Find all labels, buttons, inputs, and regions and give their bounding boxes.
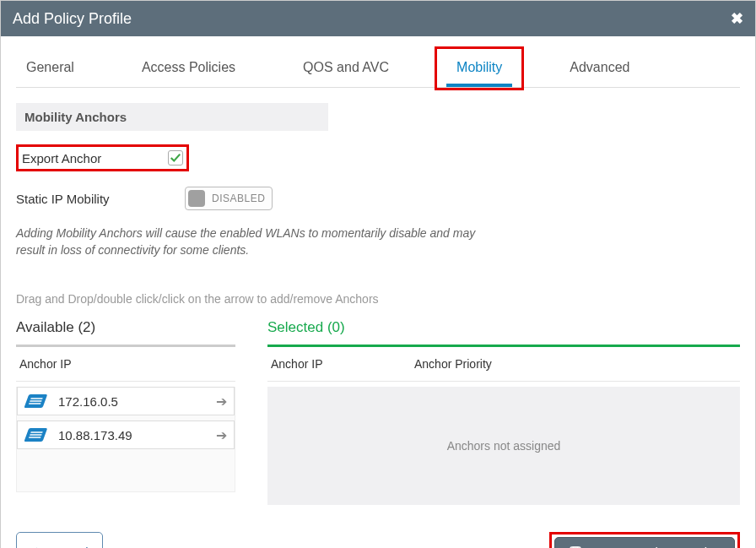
selected-header-row: Anchor IP Anchor Priority	[267, 347, 740, 382]
static-ip-mobility-label: Static IP Mobility	[16, 192, 185, 206]
selected-column: Selected (0) Anchor IP Anchor Priority A…	[267, 319, 740, 505]
export-anchor-label: Export Anchor	[22, 151, 101, 165]
header-anchor-ip: Anchor IP	[271, 357, 414, 371]
instruction-text: Drag and Drop/double click/click on the …	[16, 292, 740, 306]
header-anchor-ip: Anchor IP	[19, 357, 232, 371]
row-static-ip-mobility: Static IP Mobility DISABLED	[16, 187, 740, 210]
add-policy-profile-modal: Add Policy Profile ✖ General Access Poli…	[0, 0, 756, 548]
tab-access-policies[interactable]: Access Policies	[132, 52, 246, 87]
tab-qos-avc[interactable]: QOS and AVC	[293, 52, 399, 87]
empty-text: Anchors not assigned	[447, 439, 561, 453]
modal-header: Add Policy Profile ✖	[1, 1, 755, 36]
available-list: 172.16.0.5 ➔ 10.88.173.49 ➔	[16, 387, 235, 492]
tab-mobility[interactable]: Mobility	[446, 52, 512, 87]
callout-highlight: Save & Apply to Device	[549, 532, 740, 548]
modal-footer: Cancel Save & Apply to Device	[1, 520, 755, 548]
modal-title: Add Policy Profile	[13, 10, 132, 28]
arrow-right-icon[interactable]: ➔	[216, 393, 227, 410]
selected-empty: Anchors not assigned	[267, 387, 740, 505]
static-ip-mobility-toggle[interactable]: DISABLED	[185, 187, 273, 210]
tab-advanced[interactable]: Advanced	[559, 52, 640, 87]
cancel-button-label: Cancel	[49, 545, 89, 548]
header-anchor-priority: Anchor Priority	[414, 357, 737, 371]
device-icon	[24, 393, 48, 410]
save-button-label: Save & Apply to Device	[589, 545, 721, 548]
save-apply-button[interactable]: Save & Apply to Device	[554, 537, 735, 548]
modal-body: General Access Policies QOS and AVC Mobi…	[1, 52, 755, 520]
tabs: General Access Policies QOS and AVC Mobi…	[16, 52, 740, 88]
selected-title: Selected (0)	[267, 319, 740, 347]
close-icon[interactable]: ✖	[731, 9, 743, 28]
toggle-state-text: DISABLED	[212, 193, 265, 204]
arrow-right-icon[interactable]: ➔	[216, 427, 227, 443]
list-item[interactable]: 172.16.0.5 ➔	[17, 387, 235, 415]
available-header-row: Anchor IP	[16, 347, 235, 382]
available-title: Available (2)	[16, 319, 235, 347]
tab-general[interactable]: General	[16, 52, 84, 87]
export-anchor-checkbox[interactable]	[168, 150, 183, 165]
callout-highlight: Export Anchor	[16, 144, 189, 171]
check-icon	[170, 152, 181, 164]
toggle-knob	[188, 190, 205, 207]
cancel-button[interactable]: Cancel	[16, 532, 103, 548]
device-icon	[24, 426, 48, 443]
section-mobility-anchors-header: Mobility Anchors	[16, 103, 328, 131]
section-title: Mobility Anchors	[24, 110, 320, 124]
anchor-ip-text: 10.88.173.49	[58, 428, 216, 442]
help-text: Adding Mobility Anchors will cause the e…	[16, 225, 489, 258]
list-item[interactable]: 10.88.173.49 ➔	[17, 420, 235, 449]
row-export-anchor: Export Anchor	[16, 144, 740, 171]
anchor-ip-text: 172.16.0.5	[58, 394, 216, 409]
anchor-columns: Available (2) Anchor IP 172.16.0.5 ➔	[16, 319, 740, 505]
available-column: Available (2) Anchor IP 172.16.0.5 ➔	[16, 319, 235, 505]
